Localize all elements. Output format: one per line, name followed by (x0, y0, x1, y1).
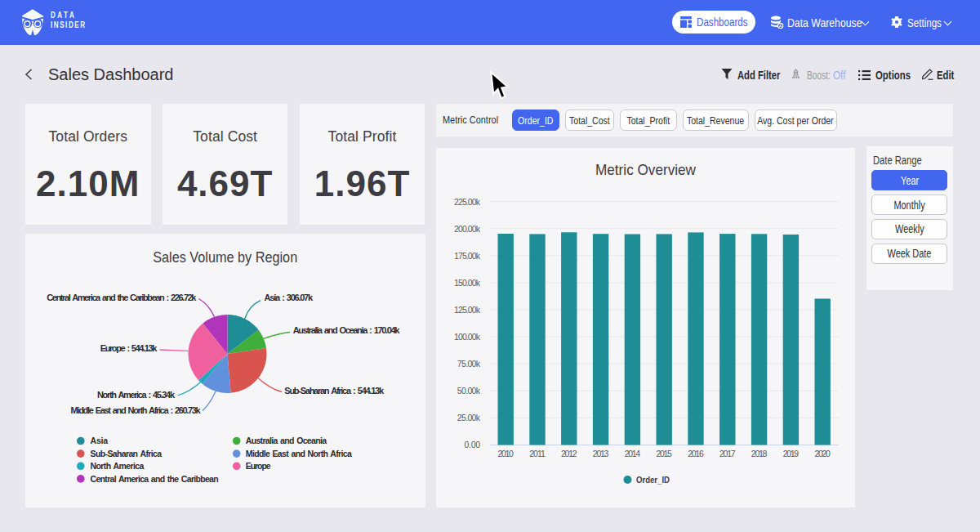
svg-text:Central America and the Caribb: Central America and the Caribbean (91, 474, 219, 484)
svg-text:2020: 2020 (814, 449, 831, 458)
svg-text:Europe: Europe (246, 461, 271, 471)
svg-text:North America: North America (91, 461, 145, 471)
svg-text:2011: 2011 (529, 449, 546, 458)
svg-text:Sub-Saharan Africa : 544.13k: Sub-Saharan Africa : 544.13k (284, 386, 385, 396)
svg-text:Sales Volume by Region: Sales Volume by Region (153, 248, 297, 266)
svg-text:Australia and Oceania: Australia and Oceania (246, 436, 327, 445)
svg-text:2010: 2010 (497, 449, 514, 458)
svg-text:Metric Overview: Metric Overview (595, 161, 696, 178)
svg-text:2015: 2015 (656, 449, 672, 458)
svg-text:Europe : 544.13k: Europe : 544.13k (100, 343, 158, 353)
svg-text:2019: 2019 (783, 449, 800, 458)
svg-text:2013: 2013 (593, 449, 609, 458)
svg-text:Asia : 306.07k: Asia : 306.07k (265, 293, 314, 302)
svg-text:Sub-Saharan Africa: Sub-Saharan Africa (91, 449, 163, 458)
svg-text:2012: 2012 (561, 449, 577, 458)
svg-text:150.00k: 150.00k (454, 278, 481, 288)
svg-text:100.00k: 100.00k (454, 332, 481, 342)
svg-text:Australia and Oceania : 170.04: Australia and Oceania : 170.04k (293, 325, 400, 335)
svg-text:Middle East and North Africa: Middle East and North Africa (246, 449, 352, 458)
svg-text:2014: 2014 (625, 449, 641, 458)
svg-text:175.00k: 175.00k (454, 251, 481, 261)
svg-text:2016: 2016 (688, 449, 704, 458)
svg-text:North America : 45.34k: North America : 45.34k (97, 390, 176, 400)
svg-text:2017: 2017 (719, 449, 736, 458)
svg-text:Central America and the Caribb: Central America and the Caribbean : 226.… (47, 293, 197, 302)
svg-text:50.00k: 50.00k (457, 386, 481, 396)
svg-text:Middle East and North Africa :: Middle East and North Africa : 260.73k (71, 405, 202, 415)
svg-text:225.00k: 225.00k (454, 197, 481, 207)
svg-text:75.00k: 75.00k (457, 359, 481, 369)
svg-text:0.00: 0.00 (465, 440, 481, 449)
svg-text:200.00k: 200.00k (454, 224, 481, 234)
svg-text:Order_ID: Order_ID (636, 475, 670, 485)
svg-text:Asia: Asia (91, 436, 109, 445)
svg-text:2018: 2018 (751, 449, 768, 458)
svg-text:125.00k: 125.00k (454, 305, 481, 315)
svg-text:25.00k: 25.00k (457, 413, 481, 422)
